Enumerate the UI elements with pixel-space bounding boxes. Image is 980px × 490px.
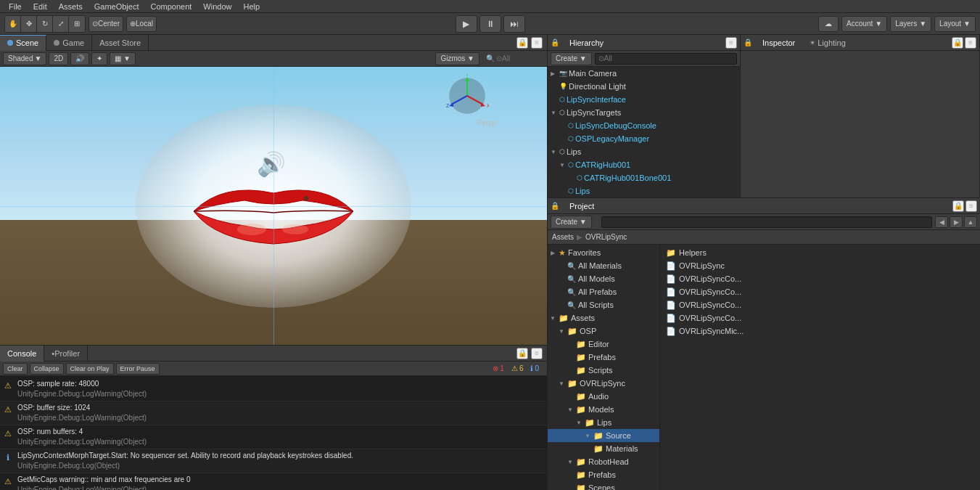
step-button[interactable]: ⏭ xyxy=(503,15,525,33)
hierarchy-search[interactable] xyxy=(595,53,737,65)
more-icon-btn[interactable]: ≡ xyxy=(531,37,543,49)
tree-item-lips-sub[interactable]: ⬡ Lips xyxy=(548,184,740,197)
hand-tool[interactable]: ✋ xyxy=(5,16,21,32)
tab-asset-store[interactable]: Asset Store xyxy=(92,35,149,51)
tree-item-main-camera[interactable]: ▶ 📷 Main Camera xyxy=(548,67,740,80)
all-models-item[interactable]: 🔍 All Models xyxy=(548,272,659,285)
lips-source[interactable]: ▼ 📁 Source xyxy=(548,429,659,442)
move-tool[interactable]: ✥ xyxy=(21,16,37,32)
console-row[interactable]: ⚠ OSP: buffer size: 1024 UnityEngine.Deb… xyxy=(0,401,547,425)
tab-scene[interactable]: Scene xyxy=(0,35,46,51)
tree-item-directional-light[interactable]: 💡 Directional Light xyxy=(548,80,740,93)
rect-tool[interactable]: ⊞ xyxy=(69,16,85,32)
osp-prefabs[interactable]: 📁 Prefabs xyxy=(548,351,659,364)
console-row[interactable]: ⚠ GetMicCaps warning:: min and max frequ… xyxy=(0,473,547,490)
scene-mode-dropdown[interactable]: ▦ ▼ xyxy=(110,52,136,65)
console-row[interactable]: ⚠ OSP: num buffers: 4 UnityEngine.Debug:… xyxy=(0,425,547,449)
assets-root[interactable]: ▼ 📁 Assets xyxy=(548,311,659,324)
console-more-btn[interactable]: ≡ xyxy=(531,348,543,359)
ovr-models[interactable]: ▼ 📁 Models xyxy=(548,403,659,416)
project-more-btn[interactable]: ≡ xyxy=(965,200,977,212)
tab-hierarchy[interactable]: Hierarchy xyxy=(562,35,611,51)
hierarchy-create-btn[interactable]: Create ▼ xyxy=(551,52,592,65)
osp-editor[interactable]: 📁 Editor xyxy=(548,338,659,351)
inspector-lock-btn[interactable]: 🔒 xyxy=(952,37,963,49)
tree-item-lips[interactable]: ▼ ⬡ Lips xyxy=(548,145,740,158)
rotate-tool[interactable]: ↻ xyxy=(37,16,53,32)
all-prefabs-item[interactable]: 🔍 All Prefabs xyxy=(548,285,659,298)
scale-tool[interactable]: ⤢ xyxy=(53,16,69,32)
clear-btn[interactable]: Clear xyxy=(3,363,28,375)
ovr-prefabs[interactable]: 📁 Prefabs xyxy=(548,468,659,481)
audio-toggle[interactable]: 🔊 xyxy=(70,52,89,65)
breadcrumb-ovrlipsync[interactable]: OVRLipSync xyxy=(585,233,627,241)
fx-toggle[interactable]: ✦ xyxy=(91,52,107,65)
lips-materials[interactable]: 📁 Materials xyxy=(548,442,659,455)
layout-dropdown[interactable]: Layout ▼ xyxy=(934,16,976,32)
menu-file[interactable]: File xyxy=(3,0,28,13)
console-row[interactable]: ℹ LipSyncContextMorphTarget.Start: No se… xyxy=(0,449,547,473)
tab-game[interactable]: Game xyxy=(46,35,92,51)
tab-console[interactable]: Console xyxy=(0,346,44,362)
file-item-ovrlipsyncco1[interactable]: 📄 OVRLipSyncCo... xyxy=(660,272,980,285)
menu-help[interactable]: Help xyxy=(237,0,265,13)
tree-item-lipsync-debug[interactable]: ⬡ LipSyncDebugConsole xyxy=(548,119,740,132)
console-row[interactable]: ⚠ OSP: sample rate: 48000 UnityEngine.De… xyxy=(0,377,547,401)
play-button[interactable]: ▶ xyxy=(456,15,477,33)
favorites-section[interactable]: ▶ ★ Favorites xyxy=(548,246,659,259)
tree-item-lipsync-interface[interactable]: ⬡ LipSyncInterface xyxy=(548,93,740,106)
project-up-btn[interactable]: ▲ xyxy=(964,216,977,228)
hierarchy-more-btn[interactable]: ≡ xyxy=(725,37,737,49)
models-lips[interactable]: ▼ 📁 Lips xyxy=(548,416,659,429)
cloud-button[interactable]: ☁ xyxy=(818,16,839,32)
ovr-robothead[interactable]: ▼ 📁 RobotHead xyxy=(548,455,659,468)
menu-component[interactable]: Component xyxy=(144,0,197,13)
account-dropdown[interactable]: Account ▼ xyxy=(841,16,887,32)
ovr-audio[interactable]: 📁 Audio xyxy=(548,390,659,403)
project-back-btn[interactable]: ◀ xyxy=(935,216,948,228)
all-materials-item[interactable]: 🔍 All Materials xyxy=(548,259,659,272)
assets-osp[interactable]: ▼ 📁 OSP xyxy=(548,324,659,338)
osp-scripts[interactable]: 📁 Scripts xyxy=(548,364,659,377)
gizmos-dropdown[interactable]: Gizmos ▼ xyxy=(435,52,479,65)
shading-dropdown[interactable]: Shaded ▼ xyxy=(3,52,46,65)
tree-item-catrighub001bone[interactable]: ⬡ CATRigHub001Bone001 xyxy=(548,171,740,184)
file-item-helpers[interactable]: 📁 Helpers xyxy=(660,246,980,259)
ovr-scenes[interactable]: 📁 Scenes xyxy=(548,481,659,490)
file-item-ovrlipsyncmic[interactable]: 📄 OVRLipSyncMic... xyxy=(660,324,980,338)
inspector-more-btn[interactable]: ≡ xyxy=(965,37,976,49)
error-pause-btn[interactable]: Error Pause xyxy=(116,363,160,375)
axis-gizmo[interactable]: Y X Z xyxy=(445,74,489,118)
menu-edit[interactable]: Edit xyxy=(28,0,53,13)
scene-search-input[interactable] xyxy=(496,54,540,62)
menu-assets[interactable]: Assets xyxy=(53,0,88,13)
file-item-ovrlipsyncco4[interactable]: 📄 OVRLipSyncCo... xyxy=(660,311,980,324)
pivot-dropdown[interactable]: ⊙ Center xyxy=(88,16,123,32)
all-scripts-item[interactable]: 🔍 All Scripts xyxy=(548,298,659,311)
menu-gameobject[interactable]: GameObject xyxy=(88,0,145,13)
project-forward-btn[interactable]: ▶ xyxy=(950,216,963,228)
space-dropdown[interactable]: ⊕ Local xyxy=(126,16,157,32)
layers-dropdown[interactable]: Layers ▼ xyxy=(890,16,931,32)
console-lock-btn[interactable]: 🔒 xyxy=(516,348,528,359)
tree-item-lipsync-targets[interactable]: ▼ ⬡ LipSyncTargets xyxy=(548,106,740,119)
pause-button[interactable]: ⏸ xyxy=(479,15,501,33)
tab-lighting[interactable]: ☀ Lighting xyxy=(802,35,853,51)
tree-item-osp-legacy[interactable]: ⬡ OSPLegacyManager xyxy=(548,132,740,145)
assets-ovrlipsync[interactable]: ▼ 📁 OVRLipSync xyxy=(548,377,659,390)
tab-inspector[interactable]: Inspector xyxy=(755,35,802,51)
menu-window[interactable]: Window xyxy=(197,0,237,13)
project-search[interactable] xyxy=(601,216,932,228)
project-create-btn[interactable]: Create ▼ xyxy=(551,216,592,229)
breadcrumb-assets[interactable]: Assets xyxy=(552,233,574,241)
2d-toggle[interactable]: 2D xyxy=(49,52,68,65)
file-item-ovrlipsyncco3[interactable]: 📄 OVRLipSyncCo... xyxy=(660,298,980,311)
tree-item-catrighub001[interactable]: ▼ ⬡ CATRigHub001 xyxy=(548,158,740,171)
file-item-ovrlipsync[interactable]: 📄 OVRLipSync xyxy=(660,259,980,272)
clear-on-play-btn[interactable]: Clear on Play xyxy=(66,363,114,375)
scene-viewport[interactable]: 🔊 xyxy=(0,67,547,345)
project-lock-btn[interactable]: 🔒 xyxy=(952,200,964,212)
tab-profiler[interactable]: • Profiler xyxy=(44,346,88,362)
tab-project[interactable]: Project xyxy=(562,198,601,214)
file-item-ovrlipsyncco2[interactable]: 📄 OVRLipSyncCo... xyxy=(660,285,980,298)
